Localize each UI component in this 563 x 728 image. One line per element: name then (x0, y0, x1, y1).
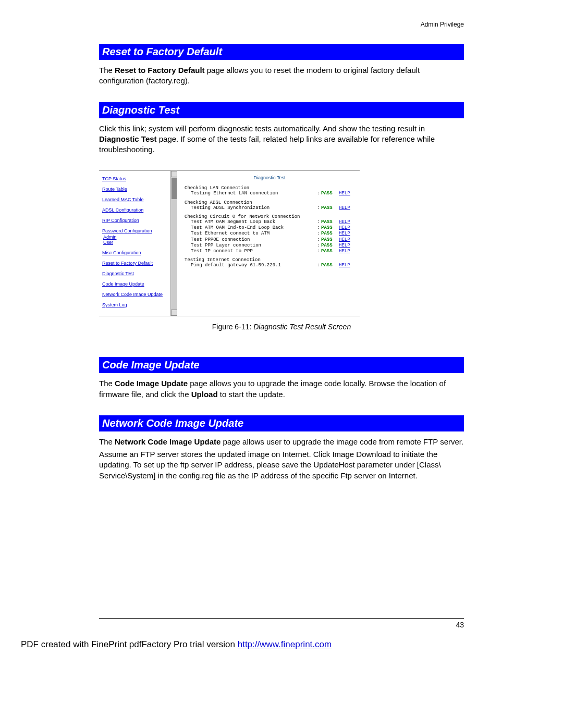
test-row: Test ATM OAM Segment Loop Back:PASSHELP (185, 219, 354, 225)
test-row: Test Ethernet connect to ATM:PASSHELP (185, 231, 354, 237)
test-label: Testing ADSL Synchronization (185, 205, 316, 211)
test-status: PASS (321, 263, 339, 268)
separator: : (316, 231, 321, 237)
text: The (99, 437, 115, 446)
section-title-network-code: Network Code Image Update (99, 415, 464, 431)
separator: : (316, 225, 321, 231)
test-label: Test PPP Layer connection (185, 243, 316, 249)
help-link[interactable]: HELP (339, 243, 350, 248)
test-status: PASS (321, 191, 339, 196)
sidebar-item-tcp-status[interactable]: TCP Status (102, 176, 174, 181)
sidebar-item-route-table[interactable]: Route Table (102, 187, 174, 192)
header-right: Admin Privilege (99, 21, 464, 28)
test-row: Test IP connect to PPP:PASSHELP (185, 249, 354, 254)
test-row: Test PPPOE connection:PASSHELP (185, 237, 354, 243)
sidebar-group-password: Password Configuration (102, 228, 174, 233)
group-heading: Checking Circuit 0 for Network Connectio… (185, 214, 354, 219)
scroll-thumb[interactable] (172, 178, 177, 199)
test-label: Testing Ethernet LAN connection (185, 191, 316, 196)
sidebar-item-learned-mac[interactable]: Learned MAC Table (102, 197, 174, 202)
test-label: Ping default gateway 61.59.229.1 (185, 263, 316, 268)
test-label: Test ATM OAM Segment Loop Back (185, 219, 316, 225)
footer-text: PDF created with FinePrint pdfFactory Pr… (21, 639, 238, 649)
sidebar-item-code-image[interactable]: Code Image Update (102, 281, 174, 287)
test-status: PASS (321, 237, 339, 243)
scroll-up-icon[interactable] (171, 171, 177, 177)
test-row: Test ATM OAM End-to-End Loop Back:PASSHE… (185, 225, 354, 231)
test-status: PASS (321, 249, 339, 254)
footer-link[interactable]: http://www.fineprint.com (238, 639, 332, 649)
help-link[interactable]: HELP (339, 205, 350, 211)
test-status: PASS (321, 205, 339, 211)
para-code: The Code Image Update page allows you to… (99, 378, 464, 400)
test-row: Testing ADSL Synchronization : PASS HELP (185, 205, 354, 211)
test-label: Test IP connect to PPP (185, 249, 316, 254)
help-link[interactable]: HELP (339, 231, 350, 236)
text-bold: Diagnostic Test (99, 134, 157, 143)
sidebar-item-network-code[interactable]: Network Code Image Update (102, 292, 174, 297)
text: The (99, 66, 115, 75)
para-diag: Click this link; system will perform dia… (99, 124, 464, 155)
separator: : (316, 249, 321, 254)
text-bold: Upload (191, 390, 218, 399)
text: to start the update. (218, 390, 285, 399)
embedded-screenshot: TCP Status Route Table Learned MAC Table… (99, 170, 360, 316)
test-status: PASS (321, 231, 339, 237)
test-label: Test ATM OAM End-to-End Loop Back (185, 225, 316, 231)
separator: : (316, 191, 321, 196)
caption-prefix: Figure 6-11: (212, 323, 253, 331)
test-label: Test PPPOE connection (185, 237, 316, 243)
test-row: Test PPP Layer connection:PASSHELP (185, 243, 354, 249)
sidebar-item-reset[interactable]: Reset to Factory Default (102, 261, 174, 266)
separator: : (316, 237, 321, 243)
sidebar-item-diagnostic[interactable]: Diagnostic Test (102, 271, 174, 276)
para-net-2: Assume an FTP server stores the updated … (99, 449, 464, 481)
text: page allows user to upgrade the image co… (221, 437, 463, 446)
diag-panel-title: Diagnostic Test (185, 175, 354, 180)
scrollbar[interactable] (170, 171, 177, 316)
text-bold: Reset to Factory Default (115, 66, 205, 75)
text: Click this link; system will perform dia… (99, 124, 425, 133)
section-title-diagnostic: Diagnostic Test (99, 102, 464, 118)
caption-text: Diagnostic Test Result Screen (253, 323, 351, 331)
separator: : (316, 263, 321, 268)
section-title-code-image: Code Image Update (99, 357, 464, 373)
page-number: 43 (456, 621, 464, 629)
test-row: Testing Ethernet LAN connection : PASS H… (185, 191, 354, 196)
separator: : (316, 205, 321, 211)
sidebar: TCP Status Route Table Learned MAC Table… (99, 171, 177, 316)
help-link[interactable]: HELP (339, 237, 350, 242)
help-link[interactable]: HELP (339, 191, 350, 196)
test-status: PASS (321, 219, 339, 225)
test-status: PASS (321, 225, 339, 231)
help-link[interactable]: HELP (339, 219, 350, 225)
text-bold: Code Image Update (115, 379, 188, 388)
help-link[interactable]: HELP (339, 263, 350, 268)
sidebar-item-admin[interactable]: Admin (103, 235, 174, 240)
group-heading: Checking ADSL Connection (185, 200, 354, 205)
help-link[interactable]: HELP (339, 225, 350, 230)
test-row: Ping default gateway 61.59.229.1:PASSHEL… (185, 263, 354, 268)
separator: : (316, 243, 321, 249)
group-heading: Checking LAN Connection (185, 186, 354, 191)
group-heading: Testing Internet Connection (185, 257, 354, 263)
para-reset: The Reset to Factory Default page allows… (99, 65, 464, 87)
sidebar-item-misc[interactable]: Misc Configuration (102, 250, 174, 255)
help-link[interactable]: HELP (339, 249, 350, 254)
text: The (99, 379, 115, 388)
page-rule (99, 618, 464, 619)
para-net-1: The Network Code Image Update page allow… (99, 437, 464, 447)
pdf-footer: PDF created with FinePrint pdfFactory Pr… (21, 639, 332, 650)
text-bold: Network Code Image Update (115, 437, 221, 446)
sidebar-item-user[interactable]: User (103, 240, 174, 245)
sidebar-item-rip-config[interactable]: RIP Configuration (102, 218, 174, 223)
test-status: PASS (321, 243, 339, 249)
scroll-down-icon[interactable] (171, 310, 177, 316)
section-title-reset: Reset to Factory Default (99, 44, 464, 60)
diag-panel: Diagnostic Test Checking LAN Connection … (177, 171, 360, 316)
figure-caption: Figure 6-11: Diagnostic Test Result Scre… (99, 323, 464, 331)
separator: : (316, 219, 321, 225)
sidebar-item-adsl-config[interactable]: ADSL Configuration (102, 207, 174, 213)
test-label: Test Ethernet connect to ATM (185, 231, 316, 237)
sidebar-item-system-log[interactable]: System Log (102, 302, 174, 307)
